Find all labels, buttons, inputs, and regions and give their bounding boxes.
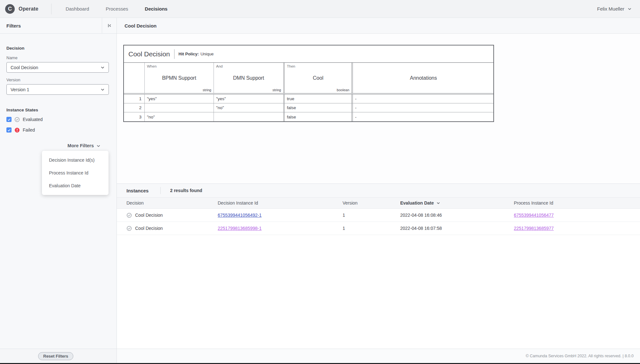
dmn-rule-cell: false: [283, 112, 353, 121]
chevron-down-icon: [96, 144, 101, 148]
dmn-rule-row: 2"no"false-: [124, 103, 493, 112]
dmn-rule-cell: "no": [214, 103, 283, 112]
user-menu[interactable]: Felix Mueller: [597, 6, 640, 12]
version-field-label: Version: [6, 77, 109, 82]
filters-footer: Reset Filters: [0, 349, 117, 363]
name-field-label: Name: [6, 55, 109, 60]
decision-viewer: Cool Decision Hit Policy: Unique WhenBPM…: [117, 34, 640, 183]
decision-name-value: Cool Decision: [11, 65, 101, 70]
dmn-rule-cell: [214, 112, 283, 121]
dmn-rule-cell: -: [353, 94, 494, 103]
sort-chevron-down-icon: [436, 201, 440, 205]
process-instance-id-link[interactable]: 6755399441056477: [514, 213, 554, 218]
top-nav: DashboardProcessesDecisions: [66, 6, 167, 12]
dmn-decision-table: Cool Decision Hit Policy: Unique WhenBPM…: [123, 45, 494, 122]
dmn-rule-row: 3"no"false-: [124, 112, 493, 121]
instance-evaluation-date: 2022-04-08 16:07:58: [400, 226, 514, 231]
brand-name: Operate: [19, 6, 38, 12]
instance-row: Cool Decision6755399441056492-112022-04-…: [117, 209, 640, 222]
more-filters-menu-item-0[interactable]: Decision Instance Id(s): [42, 154, 109, 166]
instance-decision-name: Cool Decision: [135, 226, 163, 231]
decision-name-select[interactable]: Cool Decision: [6, 62, 109, 73]
column-label: Decision Instance Id: [218, 200, 258, 206]
filters-panel-header: Filters: [0, 18, 117, 34]
app-body: Filters Decision Name Cool Decision Vers…: [0, 18, 640, 363]
hit-policy-value: Unique: [200, 52, 214, 56]
nav-item-processes[interactable]: Processes: [106, 6, 128, 12]
instances-rows: Cool Decision6755399441056492-112022-04-…: [117, 209, 640, 235]
decision-panel-title: Cool Decision: [117, 23, 157, 28]
instance-decision-cell: Cool Decision: [126, 226, 218, 231]
column-label: Decision: [126, 200, 144, 206]
instances-panel: Instances 2 results found DecisionDecisi…: [117, 183, 640, 349]
instances-titlebar: Instances 2 results found: [117, 184, 640, 198]
decision-version-value: Version 1: [11, 87, 101, 92]
camunda-logo-icon: C: [5, 4, 15, 14]
instance-decision-cell: Cool Decision: [126, 213, 218, 218]
collapse-panel-button[interactable]: [102, 18, 117, 33]
dmn-decision-name: Cool Decision: [128, 50, 170, 58]
decision-version-select[interactable]: Version 1: [6, 84, 109, 95]
decision-instance-id-link[interactable]: 2251799813685998-1: [218, 226, 262, 231]
error-circle-icon: [14, 127, 20, 133]
dmn-rules: 1"yes""yes"true-2"no"false-3"no"false-: [124, 94, 493, 121]
nav-item-decisions[interactable]: Decisions: [145, 6, 167, 12]
dmn-rule-cell: false: [283, 103, 353, 112]
column-label: Version: [343, 200, 358, 206]
dmn-column-name: Annotations: [355, 75, 492, 81]
instances-column-header-evaluation-date[interactable]: Evaluation Date: [400, 200, 514, 206]
state-filter-failed: Failed: [6, 126, 109, 133]
main-panel: Cool Decision Cool Decision Hit Policy: …: [117, 18, 640, 363]
dmn-rule-word: Then: [287, 64, 349, 68]
column-label: Evaluation Date: [400, 200, 434, 206]
more-filters-menu: Decision Instance Id(s)Process Instance …: [42, 151, 109, 195]
more-filters-label: More Filters: [68, 143, 94, 148]
dmn-rule-cell: "yes": [214, 94, 283, 103]
dmn-header-row: WhenBPMN SupportstringAndDMN Supportstri…: [124, 63, 493, 94]
reset-filters-button[interactable]: Reset Filters: [38, 352, 73, 360]
instances-column-header-decision: Decision: [126, 200, 218, 206]
dmn-rule-number: 2: [124, 103, 145, 112]
operate-app: C Operate DashboardProcessesDecisions Fe…: [0, 0, 640, 364]
check-circle-icon: [126, 213, 132, 218]
column-label: Process Instance Id: [514, 200, 553, 206]
instance-decision-name: Cool Decision: [135, 213, 163, 218]
instance-states-label: Instance States: [6, 108, 109, 112]
top-bar: C Operate DashboardProcessesDecisions Fe…: [0, 0, 640, 18]
instances-header-row: DecisionDecision Instance IdVersionEvalu…: [117, 198, 640, 209]
instances-column-header-version: Version: [343, 200, 400, 206]
instance-evaluation-date: 2022-04-08 16:08:46: [400, 213, 514, 218]
main-footer: © Camunda Services GmbH 2022. All rights…: [117, 349, 640, 363]
process-instance-id-link[interactable]: 2251799813685977: [514, 226, 554, 231]
dmn-column-name: DMN Support: [216, 75, 281, 81]
check-circle-icon: [14, 117, 20, 122]
more-filters-menu-item-1[interactable]: Process Instance Id: [42, 166, 109, 179]
filters-panel: Filters Decision Name Cool Decision Vers…: [0, 18, 117, 363]
failed-checkbox[interactable]: [6, 127, 12, 133]
instances-titlebar-divider: [160, 187, 161, 194]
chevron-down-icon: [101, 65, 105, 69]
dmn-rule-number: 3: [124, 112, 145, 121]
chevron-down-icon: [628, 7, 632, 11]
more-filters-menu-item-2[interactable]: Evaluation Date: [42, 179, 109, 192]
dmn-title-bar: Cool Decision Hit Policy: Unique: [124, 45, 493, 63]
dmn-number-column-header: [124, 63, 145, 93]
dmn-column-header-annotations: Annotations: [353, 63, 494, 93]
dmn-column-type: string: [147, 88, 211, 92]
evaluated-checkbox[interactable]: [6, 117, 12, 122]
hit-policy-label: Hit Policy:: [179, 52, 199, 56]
dmn-column-type: string: [216, 88, 281, 92]
chevron-down-icon: [101, 87, 105, 92]
decision-section-label: Decision: [6, 46, 109, 51]
state-filter-evaluated: Evaluated: [6, 116, 109, 123]
state-label: Evaluated: [23, 117, 43, 122]
dmn-column-header-bpmn-support: WhenBPMN Supportstring: [145, 63, 214, 93]
copyright-text: © Camunda Services GmbH 2022. All rights…: [526, 354, 634, 358]
nav-item-dashboard[interactable]: Dashboard: [66, 6, 89, 12]
decision-instance-id-link[interactable]: 6755399441056492-1: [218, 213, 262, 218]
instance-version: 1: [343, 213, 400, 218]
decision-panel-header: Cool Decision: [117, 18, 640, 34]
dmn-rule-cell: "no": [145, 112, 214, 121]
more-filters-button[interactable]: More Filters: [6, 143, 109, 148]
brand[interactable]: C Operate: [0, 4, 38, 14]
